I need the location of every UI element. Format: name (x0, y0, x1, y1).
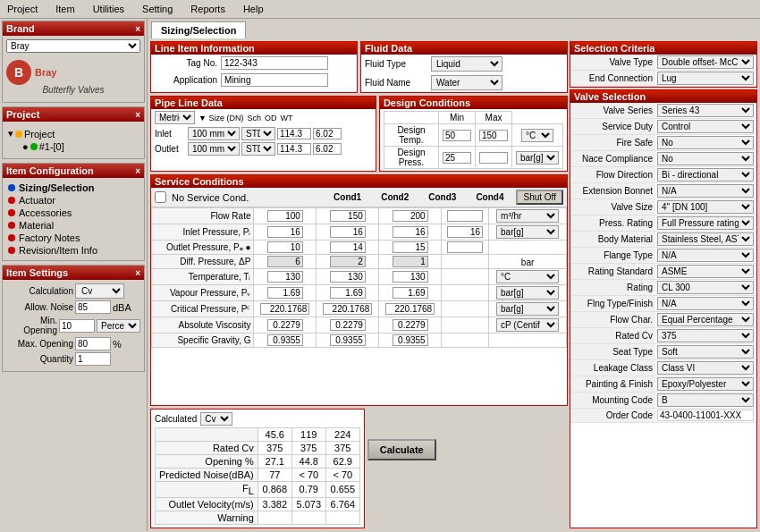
inlp-c1[interactable] (267, 226, 303, 238)
valve-size-select[interactable]: 4" [DN 100] (657, 200, 754, 214)
inlp-c2[interactable] (330, 226, 366, 238)
visc-c2[interactable] (330, 319, 366, 331)
config-accessories[interactable]: Accessories (6, 207, 140, 219)
brand-close[interactable]: × (135, 24, 140, 34)
sg-c1[interactable] (267, 334, 303, 346)
body-material-select[interactable]: Stainless Steel, ASTM (657, 232, 754, 246)
brand-select[interactable]: Bray (6, 39, 140, 53)
order-code-input[interactable] (657, 410, 754, 421)
press-rating-select[interactable]: Full Pressure rating (657, 216, 754, 230)
menu-setting[interactable]: Setting (139, 2, 176, 16)
inlp-c3[interactable] (393, 226, 428, 238)
sg-c2[interactable] (330, 334, 366, 346)
inlet-od[interactable] (277, 128, 311, 139)
item-config-close[interactable]: × (135, 166, 140, 176)
project-close[interactable]: × (135, 110, 140, 120)
leakage-class-select[interactable]: Class VI (657, 361, 754, 375)
config-material[interactable]: Material (6, 219, 140, 232)
outp-c4[interactable] (447, 241, 483, 253)
temp-c3[interactable] (393, 271, 428, 283)
critp-unit[interactable]: bar[g] (496, 302, 559, 316)
rated-cv-vs-select[interactable]: 375 (657, 329, 754, 342)
outlet-od[interactable] (277, 143, 311, 155)
flow-char-select[interactable]: Equal Percentage (657, 313, 754, 326)
pipe-unit-select[interactable]: Metric (155, 111, 195, 124)
config-actuator[interactable]: Actuator (6, 194, 140, 207)
end-connection-select[interactable]: Lug (657, 72, 754, 85)
press-max[interactable] (479, 152, 508, 164)
qty-input[interactable] (75, 352, 111, 366)
press-unit[interactable]: bar[g] (516, 151, 559, 165)
noise-input[interactable] (75, 300, 111, 314)
rating-standard-select[interactable]: ASME (657, 265, 754, 278)
outlet-size[interactable]: 100 mm (188, 142, 240, 156)
menu-reports[interactable]: Reports (187, 2, 229, 16)
visc-c1[interactable] (267, 319, 303, 331)
ext-bonnet-select[interactable]: N/A (657, 184, 754, 198)
temp-c1[interactable] (267, 271, 303, 283)
service-duty-select[interactable]: Control (657, 120, 754, 133)
vap-c3[interactable] (393, 287, 428, 299)
tree-child[interactable]: ● #1-[0] (8, 140, 139, 153)
mounting-code-select[interactable]: B (657, 393, 754, 407)
sg-c3[interactable] (393, 334, 428, 346)
calc-select[interactable]: Cv (75, 283, 124, 299)
tree-root[interactable]: ▾ Project (8, 127, 139, 140)
calculate-button[interactable]: Calculate (367, 439, 436, 460)
max-input[interactable] (75, 337, 111, 350)
flng-finish-select[interactable]: N/A (657, 297, 754, 310)
no-service-checkbox[interactable] (155, 191, 166, 203)
min-input[interactable] (59, 319, 95, 333)
flow-c4[interactable] (447, 210, 483, 222)
fluid-name-select[interactable]: Water (431, 75, 502, 90)
fire-safe-select[interactable]: No (657, 136, 754, 149)
visc-c3[interactable] (393, 319, 428, 331)
app-input[interactable] (221, 73, 328, 87)
flow-c2[interactable] (330, 210, 366, 222)
outp-c2[interactable] (330, 241, 366, 253)
outlet-wt[interactable] (313, 143, 342, 155)
shut-off-button[interactable]: Shut Off (516, 190, 563, 205)
calc-cv-select[interactable]: Cv (200, 412, 232, 426)
item-settings-close[interactable]: × (135, 268, 140, 278)
flange-type-select[interactable]: N/A (657, 249, 754, 262)
flow-c1[interactable] (267, 210, 303, 222)
fluid-type-select[interactable]: LiquidGasSteam (431, 56, 502, 72)
config-sizing[interactable]: Sizing/Selection (6, 182, 140, 194)
temp-min[interactable] (443, 130, 471, 141)
rating-select[interactable]: CL 300 (657, 281, 754, 294)
nace-select[interactable]: No (657, 152, 754, 165)
menu-project[interactable]: Project (4, 2, 41, 16)
flow-unit[interactable]: m³/hr (496, 209, 559, 223)
outp-c1[interactable] (267, 241, 303, 253)
critp-c1[interactable] (260, 303, 309, 315)
inlp-unit[interactable]: bar[g] (496, 225, 559, 239)
valve-series-select[interactable]: Series 43 (657, 104, 754, 117)
inlet-size[interactable]: 100 mm (188, 127, 240, 140)
temp-unit[interactable]: °C (521, 129, 553, 142)
menu-item[interactable]: Item (52, 2, 78, 16)
temp-c2[interactable] (330, 271, 366, 283)
seat-type-select[interactable]: Soft (657, 345, 754, 359)
flow-c3[interactable] (393, 210, 428, 222)
flow-direction-select[interactable]: Bi - directional (657, 168, 754, 182)
tag-input[interactable] (221, 56, 328, 70)
inlp-c4[interactable] (447, 226, 483, 238)
temp-unit-sel[interactable]: °C (496, 270, 559, 283)
config-factory-notes[interactable]: Factory Notes (6, 232, 140, 244)
temp-max[interactable] (479, 130, 508, 141)
critp-c3[interactable] (385, 303, 435, 315)
press-min[interactable] (443, 152, 471, 164)
outp-c3[interactable] (393, 241, 428, 253)
outlet-sch[interactable]: STD (241, 142, 275, 156)
inlet-wt[interactable] (313, 128, 342, 139)
min-unit-select[interactable]: Perce (97, 319, 140, 333)
painting-select[interactable]: Epoxy/Polyester (657, 377, 754, 391)
valve-type-select[interactable]: Double offset- McCar (657, 55, 754, 69)
inlet-sch[interactable]: STD (241, 127, 275, 140)
visc-unit[interactable]: cP (Centif (496, 318, 559, 332)
config-revision[interactable]: Revision/Item Info (6, 244, 140, 257)
vap-c1[interactable] (267, 287, 303, 299)
tab-sizing[interactable]: Sizing/Selection (151, 21, 246, 38)
critp-c2[interactable] (323, 303, 372, 315)
